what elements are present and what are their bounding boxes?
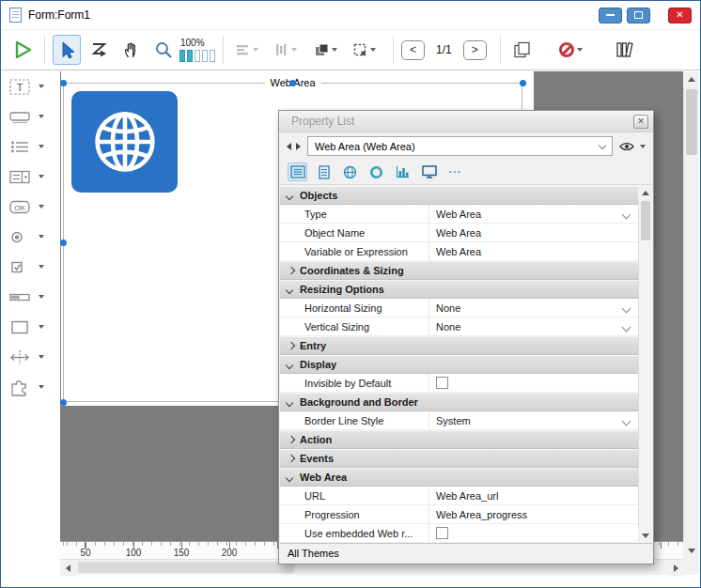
theme-tab-chart[interactable] (393, 162, 413, 181)
horizontal-sizing-select[interactable]: None (428, 299, 638, 317)
zoom-slider[interactable]: 100% (179, 38, 215, 62)
theme-tab-display[interactable] (419, 162, 439, 181)
vertical-sizing-select[interactable]: None (428, 317, 638, 335)
chevron-right-icon (288, 455, 295, 462)
theme-tab-more[interactable]: ··· (445, 162, 465, 181)
close-button[interactable]: ✕ (668, 8, 692, 23)
theme-tab-web[interactable] (340, 162, 360, 181)
url-field[interactable]: Web Area_url (428, 487, 638, 504)
form-document-icon (9, 8, 22, 23)
align-objects-dropdown[interactable] (231, 35, 262, 65)
entry-order-tool-button[interactable] (86, 35, 113, 65)
red-circle-dropdown[interactable] (555, 35, 586, 65)
property-list-titlebar[interactable]: Property List ✕ (279, 111, 653, 132)
property-value: System (436, 415, 471, 426)
ruler-label: 150 (174, 548, 190, 558)
theme-tab-list[interactable] (288, 162, 307, 181)
hand-tool-button[interactable] (118, 35, 145, 65)
section-background-border[interactable]: Background and Border (280, 393, 638, 411)
indicator-tool-button[interactable] (2, 282, 60, 312)
scroll-right-button[interactable] (668, 560, 684, 576)
section-events[interactable]: Events (280, 449, 638, 468)
maximize-icon (634, 11, 643, 19)
property-label: Progression (304, 509, 360, 520)
globe-icon (343, 165, 357, 179)
plugin-tool-button[interactable] (2, 372, 60, 402)
selection-handle[interactable] (60, 399, 67, 406)
selection-handle[interactable] (289, 80, 296, 86)
splitter-tool-button[interactable] (2, 342, 60, 372)
svg-text:T: T (17, 82, 23, 93)
rectangle-tool-button[interactable] (2, 312, 60, 342)
property-scroll-thumb[interactable] (641, 201, 650, 240)
section-display[interactable]: Display (280, 355, 638, 374)
form-pages-button[interactable] (508, 35, 535, 65)
field-tool-icon (8, 167, 31, 186)
property-value: Web Area_url (436, 490, 498, 502)
row-type: Type Web Area (280, 205, 638, 224)
previous-object-button[interactable] (287, 143, 291, 150)
minimize-button[interactable] (599, 8, 622, 23)
run-form-button[interactable] (8, 35, 37, 65)
section-action[interactable]: Action (280, 430, 638, 449)
chevron-down-icon (286, 286, 293, 294)
object-library-button[interactable] (611, 35, 639, 65)
variable-expression-field[interactable]: Web Area (428, 242, 638, 260)
selection-handle[interactable] (520, 80, 526, 86)
list-box-tool-button[interactable] (2, 132, 60, 162)
pointer-tool-button[interactable] (53, 35, 81, 65)
section-entry[interactable]: Entry (280, 336, 638, 355)
progression-field[interactable]: Web Area_progress (428, 505, 638, 523)
section-label: Events (300, 453, 334, 464)
section-resizing-options[interactable]: Resizing Options (280, 280, 638, 299)
text-tool-button[interactable]: T (2, 71, 60, 101)
scroll-up-button[interactable] (638, 186, 652, 200)
view-options-button[interactable] (619, 141, 646, 152)
vertical-scroll-thumb[interactable] (686, 89, 697, 155)
row-horizontal-sizing: Horizontal Sizing None (280, 299, 638, 317)
previous-page-button[interactable]: < (401, 40, 425, 60)
field-tool-button[interactable] (2, 162, 60, 192)
border-line-style-select[interactable]: System (428, 411, 638, 429)
section-coordinates-sizing[interactable]: Coordinates & Sizing (280, 261, 638, 280)
toolbar-separator (44, 36, 45, 64)
radio-button-tool-button[interactable] (2, 222, 60, 252)
scroll-left-button[interactable] (60, 560, 76, 576)
horizontal-scroll-thumb[interactable] (78, 562, 294, 573)
next-page-button[interactable]: > (463, 40, 487, 60)
zoom-tool-button[interactable] (150, 35, 177, 65)
property-label: Use embedded Web r... (304, 528, 413, 539)
chevron-down-icon (39, 175, 44, 178)
property-value: Web Area_progress (436, 509, 527, 520)
chevron-right-icon (288, 267, 295, 274)
object-name-field[interactable]: Web Area (428, 224, 638, 241)
page-indicator: 1/1 (436, 43, 452, 56)
theme-tab-appearance[interactable] (366, 162, 386, 181)
scroll-up-button[interactable] (683, 71, 699, 87)
duplicate-grid-dropdown[interactable] (349, 35, 380, 65)
layers-icon (314, 42, 329, 57)
selection-handle[interactable] (60, 240, 67, 246)
theme-tab-page[interactable] (314, 162, 334, 181)
list-box-tool-icon (8, 137, 31, 156)
property-value: None (436, 321, 460, 333)
use-embedded-web-checkbox[interactable] (436, 527, 448, 539)
section-web-area[interactable]: Web Area (280, 468, 638, 487)
input-tool-button[interactable] (2, 101, 60, 132)
distribute-objects-dropdown[interactable] (270, 35, 301, 65)
section-objects[interactable]: Objects (280, 186, 638, 205)
invisible-by-default-checkbox[interactable] (436, 377, 448, 389)
scroll-down-button[interactable] (638, 529, 652, 543)
object-selector-dropdown[interactable]: Web Area (Web Area) (307, 136, 613, 156)
type-select[interactable]: Web Area (428, 205, 638, 223)
web-area-globe-icon[interactable] (71, 91, 178, 193)
selection-handle[interactable] (60, 80, 67, 86)
button-tool-button[interactable]: OK (2, 192, 60, 222)
next-object-button[interactable] (296, 143, 301, 150)
scroll-down-button[interactable] (683, 543, 699, 559)
checkbox-tool-button[interactable] (2, 252, 60, 282)
level-objects-dropdown[interactable] (310, 35, 341, 65)
maximize-button[interactable] (627, 8, 650, 23)
window-titlebar[interactable]: Form:Form1 ✕ (1, 1, 700, 29)
property-list-close-button[interactable]: ✕ (633, 115, 648, 129)
